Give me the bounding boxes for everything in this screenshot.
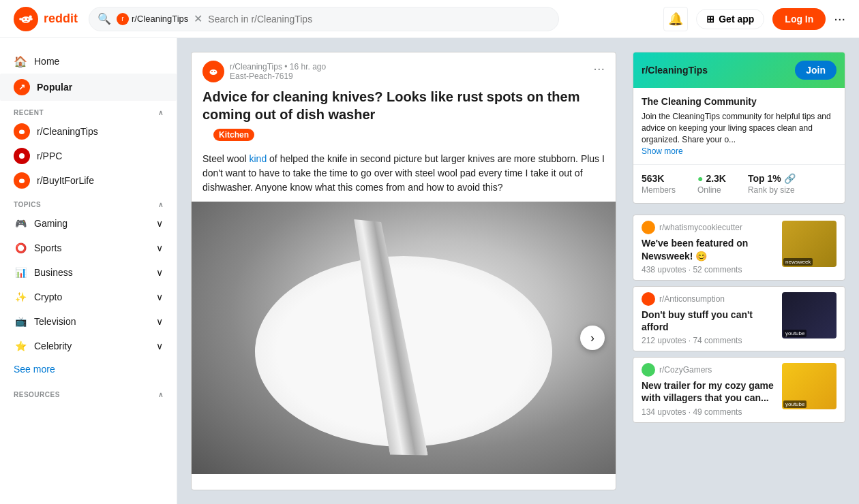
- post-title: Advice for cleaning knives? Looks like r…: [192, 88, 616, 129]
- rank-label: Rank by size: [748, 185, 796, 195]
- header-actions: 🔔 ⊞ Get app Log In ···: [663, 7, 845, 31]
- popular-active-icon: ↗: [14, 79, 30, 95]
- resources-label-text: RESOURCES: [14, 391, 60, 398]
- resources-chevron-icon[interactable]: ∧: [158, 391, 164, 398]
- crypto-chevron-icon: ∨: [156, 292, 163, 302]
- get-app-button[interactable]: ⊞ Get app: [696, 9, 764, 29]
- sports-chevron-icon: ∨: [156, 242, 163, 253]
- clear-search-button[interactable]: ✕: [194, 12, 202, 25]
- online-count: ● 2.3K: [697, 173, 726, 184]
- svg-point-8: [19, 130, 25, 134]
- post-meta-text: r/CleaningTips • 16 hr. ago East-Peach-7…: [230, 62, 326, 81]
- related-post-1-content: r/Anticonsumption Don't buy stuff you ca…: [642, 292, 777, 345]
- members-count: 563K: [642, 173, 676, 184]
- next-image-button[interactable]: ›: [580, 326, 605, 350]
- notifications-button[interactable]: 🔔: [663, 7, 688, 31]
- online-dot-icon: ●: [697, 173, 703, 184]
- sports-icon: ⭕: [14, 241, 27, 255]
- post-subreddit-name: r/CleaningTips: [230, 62, 282, 72]
- related-post-0-sub: r/whatismycookiecutter: [642, 221, 777, 234]
- cleaningtips-icon: [16, 126, 27, 137]
- home-icon: 🏠: [14, 54, 27, 68]
- buyitforlife-icon: [16, 175, 27, 186]
- svg-point-6: [30, 18, 33, 20]
- search-input[interactable]: [208, 14, 550, 25]
- topic-celebrity[interactable]: ⭐ Celebrity ∨: [0, 334, 177, 358]
- svg-point-15: [211, 71, 213, 72]
- topic-television[interactable]: 📺 Television ∨: [0, 309, 177, 334]
- topic-business[interactable]: 📊 Business ∨: [0, 260, 177, 285]
- related-post-2-thumbnail: youtube: [782, 363, 837, 409]
- related-post-2[interactable]: r/CozyGamers New trailer for my cozy gam…: [633, 357, 845, 422]
- topic-crypto[interactable]: ✨ Crypto ∨: [0, 285, 177, 309]
- search-icon: 🔍: [97, 12, 111, 25]
- right-sidebar: r/CleaningTips Join The Cleaning Communi…: [633, 52, 845, 490]
- related-post-0-thumbnail: newsweek: [782, 221, 837, 267]
- related-post-2-content: r/CozyGamers New trailer for my cozy gam…: [642, 363, 777, 416]
- buyitforlife-label: r/BuyItForLife: [37, 175, 94, 186]
- gaming-icon: 🎮: [14, 217, 27, 230]
- community-desc: Join the CleaningTips community for help…: [642, 111, 837, 145]
- svg-point-16: [214, 71, 215, 72]
- show-more-link[interactable]: Show more: [642, 146, 683, 156]
- community-body: The Cleaning Community Join the Cleaning…: [633, 88, 845, 164]
- post-image: [192, 202, 616, 474]
- sidebar-item-home[interactable]: 🏠 Home: [0, 49, 177, 74]
- online-label: Online: [697, 185, 726, 195]
- topic-sports[interactable]: ⭕ Sports ∨: [0, 236, 177, 260]
- svg-point-5: [19, 18, 22, 20]
- post-username: East-Peach-7619: [230, 72, 326, 81]
- svg-point-2: [23, 18, 25, 19]
- bell-icon: 🔔: [668, 12, 683, 27]
- rank-value: Top 1% 🔗: [748, 173, 796, 184]
- search-bar[interactable]: 🔍 r r/CleaningTips ✕: [89, 7, 559, 31]
- gaming-chevron-icon: ∨: [156, 218, 163, 229]
- topic-gaming[interactable]: 🎮 Gaming ∨: [0, 211, 177, 236]
- post-highlight-word: kind: [249, 153, 267, 164]
- resources-section-label: RESOURCES ∧: [0, 380, 177, 401]
- related-post-1-thumbnail: youtube: [782, 292, 837, 338]
- cleaningtips-avatar: [14, 123, 30, 140]
- post-subreddit-label: r/CleaningTips • 16 hr. ago: [230, 62, 326, 72]
- related-post-1[interactable]: r/Anticonsumption Don't buy stuff you ca…: [633, 286, 845, 351]
- celebrity-chevron-icon: ∨: [156, 341, 163, 351]
- related-post-1-sub: r/Anticonsumption: [642, 292, 777, 306]
- ppc-label: r/PPC: [37, 151, 62, 161]
- business-icon: 📊: [14, 266, 27, 279]
- home-label: Home: [34, 56, 59, 67]
- recent-chevron-icon[interactable]: ∧: [158, 109, 164, 116]
- logo[interactable]: reddit: [14, 7, 78, 31]
- topics-chevron-icon[interactable]: ∧: [158, 201, 164, 208]
- post-body: Steel wool kind of helped the knife in s…: [192, 152, 616, 202]
- related-post-0-title: We've been featured on Newsweek! 😊: [642, 237, 777, 262]
- svg-point-3: [27, 18, 29, 19]
- related-post-0-avatar: [642, 221, 655, 234]
- see-more-button[interactable]: See more: [0, 358, 177, 380]
- recent-sub-buyitforlife[interactable]: r/BuyItForLife: [0, 168, 177, 193]
- svg-point-4: [29, 15, 31, 18]
- related-post-0-subname: r/whatismycookiecutter: [659, 223, 742, 232]
- post-time-ago: 16 hr. ago: [290, 62, 326, 72]
- related-post-0[interactable]: r/whatismycookiecutter We've been featur…: [633, 215, 845, 280]
- popular-label: Popular: [37, 82, 72, 93]
- join-button[interactable]: Join: [795, 61, 837, 80]
- television-chevron-icon: ∨: [156, 316, 163, 327]
- more-options-button[interactable]: ···: [834, 11, 845, 27]
- login-button[interactable]: Log In: [772, 8, 826, 30]
- members-label: Members: [642, 185, 676, 195]
- recent-sub-cleaningtips[interactable]: r/CleaningTips: [0, 119, 177, 144]
- community-stats: 563K Members ● 2.3K Online Top 1% 🔗: [633, 164, 845, 203]
- post-more-button[interactable]: ···: [593, 61, 605, 76]
- related-post-1-meta: 212 upvotes · 74 comments: [642, 336, 777, 345]
- television-label: Television: [34, 316, 76, 327]
- celebrity-icon: ⭐: [14, 339, 27, 353]
- crypto-icon: ✨: [14, 290, 27, 304]
- svg-point-10: [19, 153, 25, 159]
- sidebar-item-popular[interactable]: ↗ Popular: [0, 74, 177, 101]
- gaming-label: Gaming: [34, 218, 67, 229]
- related-post-1-thumb-label: youtube: [783, 330, 807, 337]
- online-stat: ● 2.3K Online: [697, 173, 726, 195]
- post-flair-badge: Kitchen: [213, 129, 254, 141]
- sidebar: 🏠 Home ↗ Popular RECENT ∧ r/CleaningTips…: [0, 38, 177, 504]
- recent-sub-ppc[interactable]: r/PPC: [0, 144, 177, 168]
